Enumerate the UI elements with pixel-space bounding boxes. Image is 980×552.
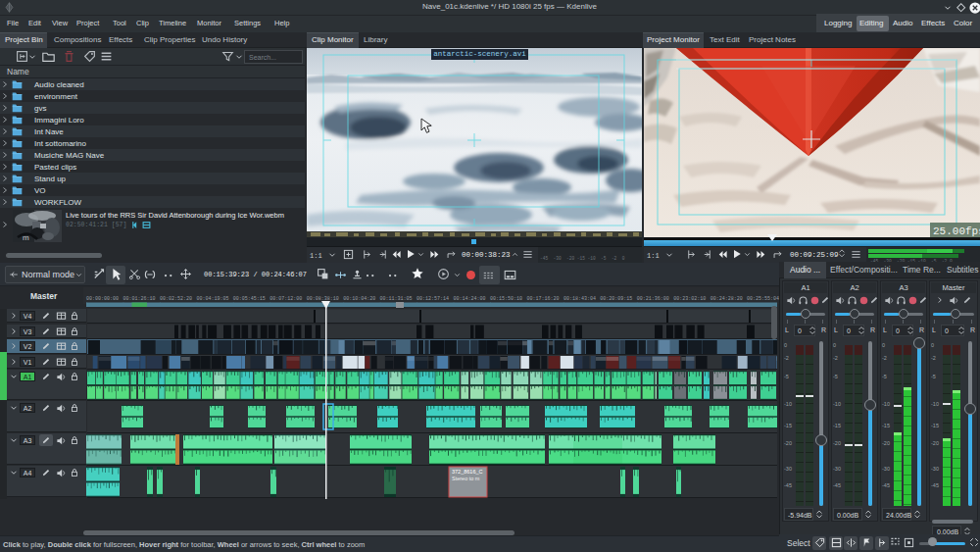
svg-text:00:17:16:20: 00:17:16:20 [526,296,559,302]
svg-text:00:07:12:00: 00:07:12:00 [270,296,302,302]
svg-text:00:15:50:10: 00:15:50:10 [490,296,522,302]
svg-text:00:12:57:14: 00:12:57:14 [416,296,449,302]
svg-text:00:11:31:05: 00:11:31:05 [380,296,413,302]
svg-text:m: m [23,233,29,242]
svg-text:00:23:02:10: 00:23:02:10 [673,296,706,302]
svg-text:00:18:43:04: 00:18:43:04 [564,296,596,302]
svg-text:25.00fps: 25.00fps [933,226,980,237]
svg-text:00:24:28:20: 00:24:28:20 [710,296,743,302]
svg-text:00:14:24:00: 00:14:24:00 [454,296,486,302]
svg-text:00:25:55:04: 00:25:55:04 [747,296,779,302]
svg-text:00:04:19:05: 00:04:19:05 [196,296,228,302]
svg-text:00:08:38:10: 00:08:38:10 [307,296,339,302]
svg-text:00:02:52:20: 00:02:52:20 [160,296,192,302]
svg-text:Stereo to m: Stereo to m [452,476,480,481]
svg-text:00:00:00:00: 00:00:00:00 [86,296,119,302]
svg-text:00:20:09:15: 00:20:09:15 [600,296,632,302]
svg-text:372_8616_C: 372_8616_C [452,469,483,475]
svg-text:00:01:26:10: 00:01:26:10 [123,296,156,302]
svg-text:00:05:45:15: 00:05:45:15 [233,296,266,302]
svg-text:00:21:36:00: 00:21:36:00 [637,296,669,302]
svg-text:00:10:04:20: 00:10:04:20 [343,296,375,302]
